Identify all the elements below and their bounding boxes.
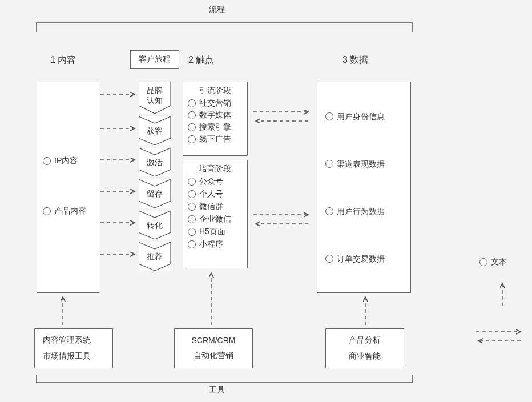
bullet-icon bbox=[188, 178, 196, 186]
journey-step: 品牌 认知 bbox=[139, 82, 171, 114]
touch-lead-label: 线下广告 bbox=[199, 134, 231, 144]
bullet-icon bbox=[325, 112, 333, 120]
bullet-icon bbox=[188, 111, 196, 119]
arrow-tool-touch-up bbox=[205, 270, 217, 328]
journey-step: 激活 bbox=[139, 148, 171, 176]
journey-label-box: 客户旅程 bbox=[130, 50, 179, 69]
journey-step-label: 留存 bbox=[139, 188, 171, 199]
arrow-tool-content-up bbox=[57, 294, 68, 328]
tool-content-box: 内容管理系统 市场情报工具 bbox=[34, 328, 113, 368]
content-box: IP内容 产品内容 bbox=[37, 82, 99, 293]
journey-step-label: 推荐 bbox=[139, 251, 171, 262]
journey-step: 留存 bbox=[139, 179, 171, 208]
touch-nurture-title: 培育阶段 bbox=[188, 164, 243, 174]
tool-content-line: 内容管理系统 bbox=[43, 335, 104, 345]
tool-data-line: 产品分析 bbox=[349, 335, 381, 345]
data-item-label: 渠道表现数据 bbox=[337, 159, 385, 169]
tool-data-box: 产品分析 商业智能 bbox=[325, 328, 404, 368]
diagram-canvas: 流程 1 内容 客户旅程 2 触点 3 数据 IP内容 产品内容 品牌 认知 bbox=[0, 0, 532, 402]
bullet-icon bbox=[325, 207, 333, 215]
journey-step: 推荐 bbox=[139, 242, 171, 271]
touch-nurture-item: 小程序 bbox=[188, 239, 243, 250]
touch-lead-title: 引流阶段 bbox=[188, 86, 243, 96]
legend-item: 文本 bbox=[479, 257, 507, 267]
journey-step: 转化 bbox=[139, 211, 171, 239]
bullet-icon bbox=[43, 157, 51, 165]
touch-lead-label: 社交营销 bbox=[199, 98, 231, 108]
legend-arrow-up bbox=[497, 280, 508, 308]
section-touch-num: 2 bbox=[188, 55, 194, 65]
data-item: 订单交易数据 bbox=[325, 254, 402, 264]
bullet-icon bbox=[188, 123, 196, 131]
journey-step-label: 转化 bbox=[139, 220, 171, 230]
arrows-content-to-journey bbox=[99, 82, 139, 282]
touch-lead-item: 搜索引擎 bbox=[188, 122, 243, 132]
section-content-header: 1 内容 bbox=[50, 54, 76, 66]
arrows-touch-data-nurture bbox=[251, 211, 313, 228]
data-item-label: 用户身份信息 bbox=[337, 111, 385, 122]
touch-nurture-label: 公众号 bbox=[199, 176, 223, 187]
touch-nurture-label: H5页面 bbox=[199, 227, 225, 237]
touch-lead-label: 数字媒体 bbox=[199, 110, 231, 120]
section-touch-header: 2 触点 bbox=[188, 54, 214, 66]
section-content-num: 1 bbox=[50, 55, 55, 65]
tool-touch-box: SCRM/CRM 自动化营销 bbox=[174, 328, 253, 368]
touch-lead-label: 搜索引擎 bbox=[199, 122, 231, 132]
bullet-icon bbox=[188, 228, 196, 236]
bullet-icon bbox=[43, 207, 51, 215]
section-data-title: 数据 bbox=[350, 55, 368, 65]
touch-lead-item: 社交营销 bbox=[188, 98, 243, 108]
tool-data-line: 商业智能 bbox=[349, 351, 381, 361]
touch-nurture-item: 微信群 bbox=[188, 202, 243, 212]
touch-nurture-label: 个人号 bbox=[199, 189, 223, 199]
bullet-icon bbox=[325, 255, 333, 263]
bullet-icon bbox=[188, 215, 196, 223]
content-item: IP内容 bbox=[43, 156, 93, 166]
touch-nurture-item: H5页面 bbox=[188, 227, 243, 237]
journey-label: 客户旅程 bbox=[139, 54, 171, 65]
content-item-label: 产品内容 bbox=[54, 206, 86, 216]
touch-nurture-label: 微信群 bbox=[199, 202, 223, 212]
touch-lead-item: 线下广告 bbox=[188, 134, 243, 144]
section-touch-title: 触点 bbox=[196, 55, 214, 65]
touch-lead-item: 数字媒体 bbox=[188, 110, 243, 120]
tool-content-line: 市场情报工具 bbox=[43, 351, 104, 361]
content-item: 产品内容 bbox=[43, 206, 93, 216]
data-item-label: 用户行为数据 bbox=[337, 206, 385, 216]
data-box: 用户身份信息 渠道表现数据 用户行为数据 订单交易数据 bbox=[317, 82, 411, 293]
content-item-label: IP内容 bbox=[54, 156, 78, 166]
journey-step-label: 品牌 认知 bbox=[139, 85, 171, 106]
bullet-icon bbox=[188, 99, 196, 107]
bullet-icon bbox=[188, 203, 196, 211]
data-item: 用户身份信息 bbox=[325, 111, 402, 122]
touch-lead-box: 引流阶段 社交营销 数字媒体 搜索引擎 线下广告 bbox=[183, 82, 248, 156]
journey-step: 获客 bbox=[139, 116, 171, 145]
legend-arrows-bidir bbox=[474, 328, 525, 345]
section-content-title: 内容 bbox=[58, 55, 76, 65]
touch-nurture-box: 培育阶段 公众号 个人号 微信群 企业微信 H5页面 小程序 bbox=[183, 160, 248, 268]
bottom-bracket-label: 工具 bbox=[194, 385, 240, 395]
touch-nurture-item: 个人号 bbox=[188, 189, 243, 199]
top-bracket-label: 流程 bbox=[194, 5, 240, 15]
bullet-icon bbox=[479, 258, 487, 266]
section-data-header: 3 数据 bbox=[342, 54, 368, 66]
data-item: 渠道表现数据 bbox=[325, 159, 402, 169]
bullet-icon bbox=[325, 160, 333, 168]
arrow-tool-data-up bbox=[360, 294, 371, 328]
touch-nurture-label: 企业微信 bbox=[199, 214, 231, 224]
bullet-icon bbox=[188, 135, 196, 143]
section-data-num: 3 bbox=[342, 55, 348, 65]
bullet-icon bbox=[188, 240, 196, 248]
bullet-icon bbox=[188, 190, 196, 198]
touch-nurture-label: 小程序 bbox=[199, 239, 223, 250]
top-bracket bbox=[36, 16, 413, 33]
tool-touch-line: SCRM/CRM bbox=[192, 336, 236, 345]
touch-nurture-item: 企业微信 bbox=[188, 214, 243, 224]
legend-label: 文本 bbox=[491, 257, 507, 267]
arrows-touch-data-lead bbox=[251, 108, 313, 126]
journey-step-label: 获客 bbox=[139, 126, 171, 136]
touch-nurture-item: 公众号 bbox=[188, 176, 243, 187]
data-item: 用户行为数据 bbox=[325, 206, 402, 216]
tool-touch-line: 自动化营销 bbox=[194, 351, 233, 361]
data-item-label: 订单交易数据 bbox=[337, 254, 385, 264]
